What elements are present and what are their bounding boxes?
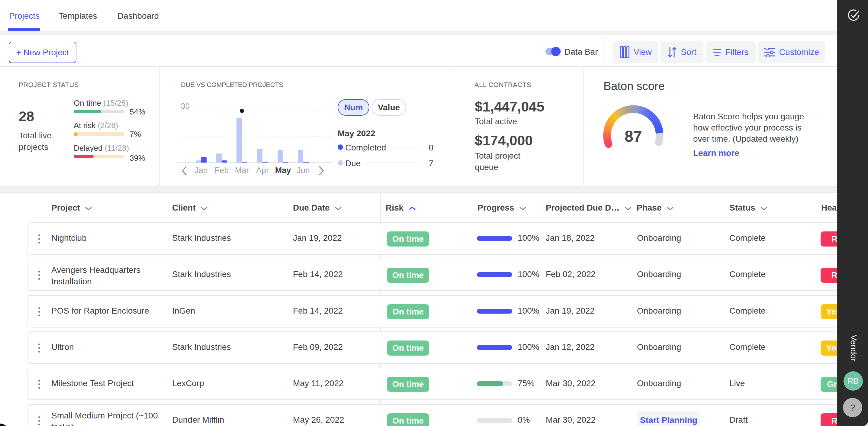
svg-text:87: 87: [625, 127, 642, 145]
